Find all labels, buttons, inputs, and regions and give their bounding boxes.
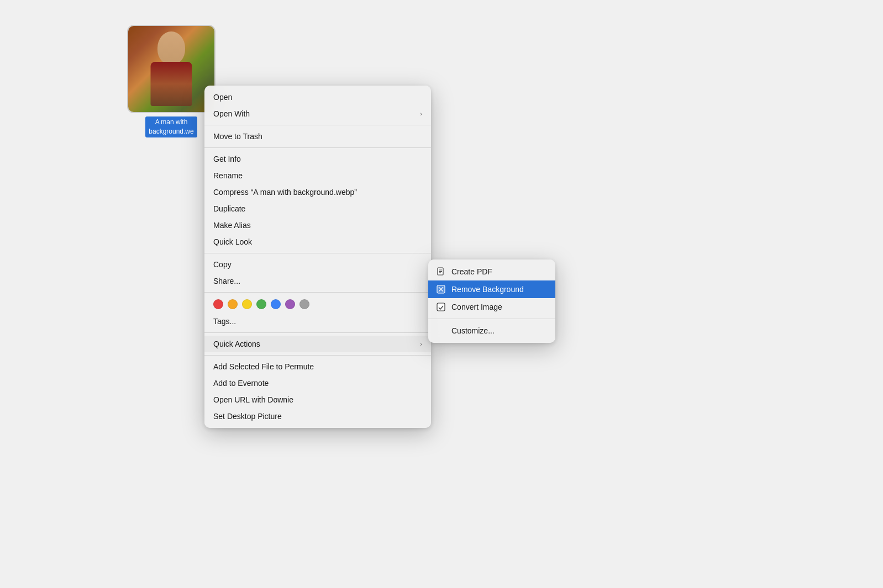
quick-actions-submenu: Create PDF Remove Background Convert Ima… (428, 259, 555, 343)
submenu-item-create-pdf[interactable]: Create PDF (428, 263, 555, 280)
submenu-separator-1 (428, 319, 555, 319)
menu-item-make-alias[interactable]: Make Alias (204, 217, 431, 234)
svg-rect-7 (437, 303, 445, 311)
remove-bg-icon (436, 284, 446, 294)
menu-item-set-desktop-picture[interactable]: Set Desktop Picture (204, 408, 431, 425)
separator-3 (204, 253, 431, 253)
separator-4 (204, 292, 431, 293)
submenu-item-customize[interactable]: Customize... (428, 322, 555, 340)
tag-purple[interactable] (285, 299, 295, 309)
menu-item-add-to-permute[interactable]: Add Selected File to Permute (204, 358, 431, 375)
chevron-right-icon-2: › (420, 341, 422, 347)
file-thumbnail (127, 25, 216, 113)
menu-item-quick-look[interactable]: Quick Look (204, 234, 431, 250)
menu-item-add-to-evernote[interactable]: Add to Evernote (204, 375, 431, 391)
menu-item-share[interactable]: Share... (204, 273, 431, 289)
chevron-right-icon: › (420, 110, 422, 117)
menu-item-compress[interactable]: Compress “A man with background.webp” (204, 184, 431, 200)
menu-item-tags[interactable]: Tags... (204, 313, 431, 330)
separator-1 (204, 125, 431, 125)
filename-label: A man with background.we (145, 116, 197, 137)
menu-item-open-url-downie[interactable]: Open URL with Downie (204, 391, 431, 408)
menu-item-rename[interactable]: Rename (204, 167, 431, 184)
thumbnail-image (128, 26, 214, 112)
menu-item-open[interactable]: Open (204, 89, 431, 105)
tag-blue[interactable] (271, 299, 281, 309)
separator-2 (204, 147, 431, 148)
submenu-item-remove-background[interactable]: Remove Background (428, 280, 555, 298)
menu-item-duplicate[interactable]: Duplicate (204, 200, 431, 217)
separator-5 (204, 332, 431, 333)
tag-gray[interactable] (299, 299, 309, 309)
menu-item-get-info[interactable]: Get Info (204, 151, 431, 167)
menu-item-move-to-trash[interactable]: Move to Trash (204, 128, 431, 145)
tag-yellow[interactable] (242, 299, 252, 309)
context-menu: Open Open With › Move to Trash Get Info … (204, 86, 431, 428)
pdf-icon (436, 267, 446, 277)
tag-red[interactable] (213, 299, 223, 309)
tag-green[interactable] (256, 299, 266, 309)
color-tags-row (204, 295, 431, 313)
convert-icon (436, 302, 446, 312)
menu-item-quick-actions[interactable]: Quick Actions › (204, 336, 431, 352)
menu-item-copy[interactable]: Copy (204, 256, 431, 273)
tag-orange[interactable] (228, 299, 238, 309)
submenu-item-convert-image[interactable]: Convert Image (428, 298, 555, 316)
menu-item-open-with[interactable]: Open With › (204, 105, 431, 122)
customize-spacer (436, 326, 446, 336)
separator-6 (204, 355, 431, 356)
